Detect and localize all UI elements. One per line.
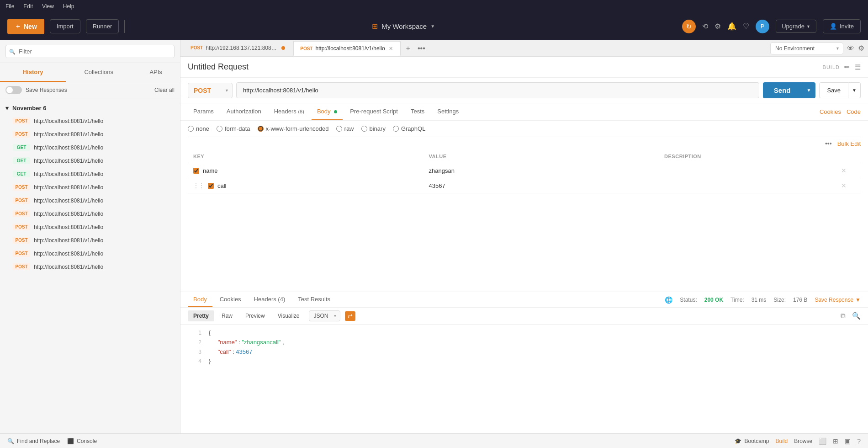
radio-none[interactable]: none [188, 125, 209, 132]
build-link[interactable]: Build [776, 438, 788, 444]
new-button[interactable]: ＋ New [7, 19, 44, 34]
cookies-link[interactable]: Cookies [820, 108, 841, 115]
drag-handle-icon[interactable]: ⋮⋮ [193, 182, 204, 189]
menu-view[interactable]: View [42, 3, 54, 10]
menu-edit[interactable]: Edit [23, 3, 33, 10]
edit-icon[interactable]: ✏ [844, 63, 850, 71]
eye-icon[interactable]: 👁 [847, 44, 854, 53]
list-item[interactable]: GET http://localhost:8081/v1/hello [5, 154, 175, 167]
format-pretty-button[interactable]: Pretty [188, 310, 214, 321]
tab-params[interactable]: Params [188, 103, 219, 120]
history-icon[interactable]: ⟲ [702, 22, 708, 31]
response-tab-headers[interactable]: Headers (4) [249, 292, 291, 307]
more-tabs-button[interactable]: ••• [416, 43, 427, 54]
radio-raw[interactable]: raw [336, 125, 354, 132]
layout-icon-1[interactable]: ⬜ [819, 437, 826, 445]
heart-icon[interactable]: ♡ [743, 22, 749, 31]
row2-checkbox[interactable] [208, 183, 214, 189]
list-item[interactable]: POST http://localhost:8081/v1/hello [5, 247, 175, 260]
tab-authorization[interactable]: Authorization [221, 103, 267, 120]
request-tab-1[interactable]: POST http://192.168.137.121:8083/c... [184, 41, 291, 56]
format-raw-button[interactable]: Raw [216, 310, 238, 321]
radio-urlencoded[interactable]: x-www-form-urlencoded [258, 125, 329, 132]
menu-file[interactable]: File [5, 3, 14, 10]
table-more-options[interactable]: ••• [825, 140, 832, 147]
list-item[interactable]: POST http://localhost:8081/v1/hello [5, 181, 175, 194]
bootcamp-button[interactable]: 🎓 Bootcamp [735, 438, 769, 444]
request-tab-2[interactable]: POST http://localhost:8081/v1/hello ✕ [293, 41, 400, 56]
add-tab-button[interactable]: + [404, 43, 412, 54]
url-input[interactable] [236, 82, 759, 98]
history-group-title[interactable]: ▾ November 6 [5, 102, 175, 114]
settings-icon[interactable]: ⚙ [715, 22, 721, 31]
radio-urlencoded-input[interactable] [258, 126, 264, 132]
search-response-icon[interactable]: 🔍 [852, 312, 861, 320]
radio-none-input[interactable] [188, 126, 194, 132]
list-item[interactable]: POST http://localhost:8081/v1/hello [5, 207, 175, 220]
invite-button[interactable]: 👤 Invite [823, 19, 861, 33]
list-item[interactable]: POST http://localhost:8081/v1/hello [5, 194, 175, 207]
layout-icon-2[interactable]: ⊞ [833, 437, 838, 445]
save-response-button[interactable]: Save Response ▼ [815, 297, 861, 303]
response-tab-tests[interactable]: Test Results [292, 292, 336, 307]
list-item[interactable]: POST http://localhost:8081/v1/hello [5, 260, 175, 273]
save-button[interactable]: Save [819, 82, 848, 98]
radio-graphql-input[interactable] [393, 126, 399, 132]
import-button[interactable]: Import [50, 19, 80, 33]
notifications-icon[interactable]: 🔔 [727, 22, 736, 31]
tab-body[interactable]: Body [312, 103, 343, 120]
upgrade-button[interactable]: Upgrade ▼ [776, 20, 816, 33]
word-wrap-icon[interactable]: ⇄ [345, 311, 355, 321]
browse-link[interactable]: Browse [794, 438, 812, 444]
response-tab-cookies[interactable]: Cookies [214, 292, 247, 307]
list-item[interactable]: GET http://localhost:8081/v1/hello [5, 141, 175, 154]
list-item[interactable]: POST http://localhost:8081/v1/hello [5, 234, 175, 247]
console-button[interactable]: ⬛ Console [67, 438, 97, 444]
sidebar-tab-apis[interactable]: APIs [132, 63, 180, 82]
save-dropdown-button[interactable]: ▼ [848, 82, 861, 98]
list-item[interactable]: POST http://localhost:8081/v1/hello [5, 114, 175, 128]
layout-icon-3[interactable]: ▣ [845, 437, 851, 445]
radio-raw-input[interactable] [336, 126, 342, 132]
list-item[interactable]: POST http://localhost:8081/v1/hello [5, 128, 175, 141]
menu-help[interactable]: Help [63, 3, 74, 10]
env-settings-icon[interactable]: ⚙ [858, 44, 864, 53]
runner-button[interactable]: Runner [86, 19, 119, 33]
row1-delete-button[interactable]: ✕ [841, 167, 847, 174]
method-select[interactable]: POST GET PUT DELETE [188, 83, 233, 98]
copy-icon[interactable]: ⧉ [841, 312, 846, 320]
json-type-select[interactable]: JSON [309, 310, 340, 321]
help-icon[interactable]: ? [857, 437, 861, 445]
avatar[interactable]: P [756, 20, 769, 33]
code-link[interactable]: Code [847, 108, 861, 115]
bulk-edit-button[interactable]: Bulk Edit [837, 140, 861, 147]
radio-form-data-input[interactable] [217, 126, 222, 132]
format-visualize-button[interactable]: Visualize [272, 310, 305, 321]
tab-settings[interactable]: Settings [432, 103, 464, 120]
response-tab-body[interactable]: Body [188, 292, 212, 307]
radio-binary-input[interactable] [361, 126, 367, 132]
tab-tests[interactable]: Tests [405, 103, 430, 120]
send-dropdown-button[interactable]: ▼ [802, 82, 816, 98]
radio-form-data[interactable]: form-data [217, 125, 250, 132]
description-icon[interactable]: ☰ [855, 63, 861, 71]
clear-all-button[interactable]: Clear all [154, 87, 175, 93]
tab-headers[interactable]: Headers (8) [269, 103, 310, 120]
send-button[interactable]: Send [763, 82, 802, 98]
workspace-button[interactable]: ⊞ My Workspace ▼ [372, 22, 435, 31]
sidebar-tab-history[interactable]: History [0, 63, 66, 82]
tab-close-button[interactable]: ✕ [388, 46, 394, 52]
find-replace-button[interactable]: 🔍 Find and Replace [7, 438, 60, 444]
list-item[interactable]: GET http://localhost:8081/v1/hello [5, 167, 175, 181]
save-responses-toggle[interactable] [5, 86, 22, 94]
tab-prerequest[interactable]: Pre-request Script [344, 103, 403, 120]
env-select[interactable]: No Environment [770, 43, 843, 54]
radio-graphql[interactable]: GraphQL [393, 125, 425, 132]
sync-icon[interactable]: ↻ [682, 20, 696, 33]
row1-checkbox[interactable] [193, 168, 199, 174]
format-preview-button[interactable]: Preview [240, 310, 270, 321]
sidebar-tab-collections[interactable]: Collections [66, 63, 132, 82]
row2-delete-button[interactable]: ✕ [841, 182, 847, 189]
list-item[interactable]: POST http://localhost:8081/v1/hello [5, 220, 175, 234]
radio-binary[interactable]: binary [361, 125, 386, 132]
